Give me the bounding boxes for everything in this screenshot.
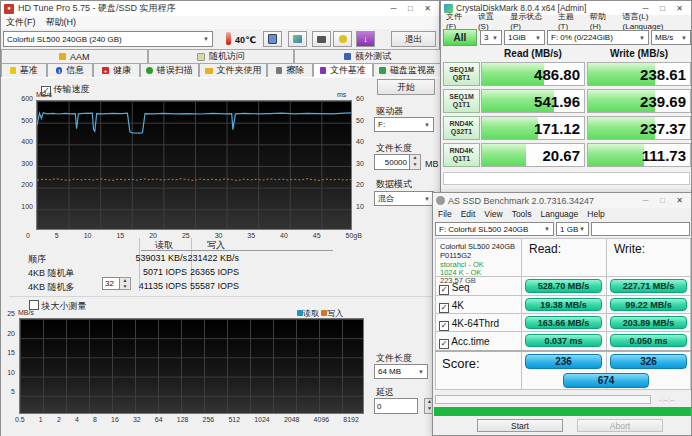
rnd4k-q32t1-button[interactable]: RND4KQ32T1	[443, 116, 480, 140]
tab-aam[interactable]: AAM	[1, 49, 148, 63]
asssd-write-header: Write:	[614, 242, 645, 256]
menu-help[interactable]: 帮助(H)	[46, 16, 77, 29]
tick-label: 45	[313, 232, 321, 241]
cdm-status-bar	[443, 172, 690, 185]
menu-view[interactable]: View	[484, 209, 502, 219]
tab-error-scan[interactable]: 错误扫描	[140, 63, 199, 77]
tab-disk-monitor[interactable]: 磁盘监视器	[373, 63, 441, 77]
stepper-arrows-icon[interactable]: ▲▼	[410, 154, 421, 170]
camera-icon	[317, 36, 326, 43]
tick-label: 600	[21, 95, 33, 102]
chevron-down-icon: ▼	[492, 35, 498, 41]
tab-file-benchmark[interactable]: 文件基准	[313, 63, 372, 77]
copy-icon	[268, 34, 277, 44]
start-benchmark-button[interactable]: Start	[477, 419, 563, 432]
hdtune-window: ● HD Tune Pro 5.75 - 硬盘/SSD 实用程序 ─ □ ✕ 文…	[0, 0, 440, 436]
drive-select-value: Colorful SL500 240GB (240 GB)	[7, 35, 122, 44]
unit-combo[interactable]: MB/s▼	[651, 30, 691, 45]
chevron-down-icon: ▼	[544, 226, 550, 232]
menu-help[interactable]: Help	[587, 209, 604, 219]
menu-file[interactable]: 文件(F)	[6, 16, 36, 29]
block-file-length-combo[interactable]: 64 MB▼	[374, 364, 428, 379]
4k-test-checkbox[interactable]: ✓ 4K	[439, 300, 464, 313]
tab-info[interactable]: i信息	[47, 63, 93, 77]
seq1m-q8t1-button[interactable]: SEQ1MQ8T1	[443, 62, 480, 86]
delay-input[interactable]: 0	[374, 398, 418, 414]
options-button[interactable]	[333, 31, 352, 47]
write-score: 326	[610, 354, 687, 369]
test-size-combo[interactable]: 1GiB▼	[504, 30, 545, 45]
start-button[interactable]: 开始	[377, 79, 435, 95]
minimize-icon[interactable]: ─	[637, 194, 654, 207]
menu-settings[interactable]: 设置(S)	[478, 11, 503, 31]
block-size-checkbox[interactable]: 块大小测量	[29, 300, 87, 313]
update-button[interactable]: ↓	[356, 31, 375, 47]
close-icon[interactable]: ✕	[671, 194, 688, 207]
menu-profile[interactable]: 显示状态(P)	[510, 11, 551, 31]
acctime-read-result: 0.037 ms	[525, 334, 602, 347]
acctime-test-checkbox[interactable]: ✓ Acc.time	[439, 336, 490, 349]
tick-label: 64	[155, 416, 163, 425]
copy-button[interactable]	[263, 31, 282, 47]
tab-folder-usage[interactable]: 文件夹使用	[199, 63, 267, 77]
stat-row-label: 顺序	[28, 253, 46, 266]
menu-language[interactable]: Language	[540, 209, 578, 219]
test-count-value: 3	[484, 33, 488, 42]
drive-combo[interactable]: F:▼	[374, 117, 434, 132]
asssd-drive-combo[interactable]: F: Colorful SL500 240GB▼	[435, 222, 554, 236]
tab-extra-tests[interactable]: 额外测试	[294, 49, 441, 63]
seq-test-checkbox[interactable]: ✓ Seq	[439, 282, 470, 295]
hdtune-titlebar[interactable]: ● HD Tune Pro 5.75 - 硬盘/SSD 实用程序 ─ □ ✕	[1, 1, 439, 16]
exit-button-label: 退出	[405, 33, 423, 46]
drive-select-combo[interactable]: Colorful SL500 240GB (240 GB)▼	[3, 31, 213, 47]
asssd-size-combo[interactable]: 1 GB▼	[556, 222, 589, 236]
4k64-test-checkbox[interactable]: ✓ 4K-64Thrd	[439, 318, 499, 331]
close-icon[interactable]: ✕	[419, 2, 436, 15]
seq1m-q1t1-write-cell: 239.69	[587, 89, 691, 113]
tick-label: 500	[21, 117, 33, 124]
menu-file[interactable]: File	[438, 209, 452, 219]
screenshot-button[interactable]	[312, 31, 331, 47]
tab-erase[interactable]: 擦除	[267, 63, 313, 77]
ssd-model-name: Colorful SL500 240GB	[440, 242, 515, 251]
tick-label: 256	[203, 416, 215, 425]
menu-file[interactable]: 文件(F)	[446, 11, 471, 31]
all-test-button[interactable]: All	[443, 29, 477, 46]
maximize-icon[interactable]: □	[402, 2, 419, 15]
asssd-comment-field[interactable]	[591, 222, 690, 236]
rnd4k-q1t1-button[interactable]: RND4KQ1T1	[443, 143, 480, 167]
exit-button[interactable]: 退出	[391, 31, 436, 47]
tab-random-access[interactable]: 随机访问	[148, 49, 295, 63]
file-length-stepper[interactable]: 50000 ▲▼	[374, 154, 421, 170]
tick-label: 20	[356, 181, 370, 188]
menu-tools[interactable]: Tools	[512, 209, 532, 219]
all-button-label: All	[454, 32, 467, 43]
tab-benchmark-label: 基准	[20, 64, 38, 77]
tick-label: 1	[39, 416, 43, 425]
tab-extra-tests-label: 额外测试	[355, 50, 391, 63]
minimize-icon[interactable]: ─	[385, 2, 402, 15]
menu-help[interactable]: 帮助(H)	[590, 11, 616, 31]
tab-benchmark[interactable]: 基准	[1, 63, 47, 77]
tab-health[interactable]: +健康	[93, 63, 139, 77]
tick-label: 60	[356, 95, 370, 102]
rnd4k-q1t1-write-cell: 111.73	[587, 143, 691, 167]
asssd-titlebar[interactable]: AS SSD Benchmark 2.0.7316.34247 ─ □ ✕	[433, 193, 691, 208]
target-drive-combo[interactable]: F: 0% (0/224GiB)▼	[547, 30, 649, 45]
4k-read-result: 19.38 MB/s	[525, 298, 602, 311]
graph1-y-axis-left: 600500400300200100	[9, 95, 33, 210]
menu-theme[interactable]: 主题(T)	[558, 11, 583, 31]
4k64-read-result: 163.66 MB/s	[525, 316, 602, 329]
seq1m-q1t1-button[interactable]: SEQ1MQ1T1	[443, 89, 480, 113]
maximize-icon[interactable]: □	[654, 194, 671, 207]
read-speed-line	[37, 113, 351, 134]
tick-label: 200	[21, 181, 33, 188]
test-count-combo[interactable]: 3▼	[480, 30, 502, 45]
abort-benchmark-button[interactable]: Abort	[577, 419, 663, 432]
data-pattern-combo[interactable]: 混合▼	[374, 191, 434, 206]
transfer-speed-label: 传输速度	[54, 84, 90, 94]
save-image-button[interactable]	[288, 31, 307, 47]
menu-edit[interactable]: Edit	[461, 209, 476, 219]
delay-value: 0	[377, 402, 381, 411]
menu-language[interactable]: 语言(L)(Language)	[623, 11, 686, 31]
